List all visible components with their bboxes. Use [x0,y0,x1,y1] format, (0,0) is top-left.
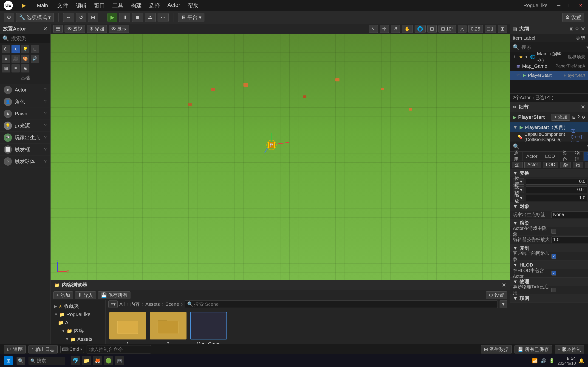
assets-item[interactable]: ▼ 📁 Assets [51,335,105,343]
rotate-tool-btn[interactable]: ↺ [76,13,86,22]
cat-icon-lights[interactable]: 💡 [21,45,29,53]
enemy-item[interactable]: 📁 Enemy [51,343,105,344]
outliner-main-world[interactable]: 👁 ★ ▼ 🌐 Main（编辑器） 世界场景 [510,52,588,61]
breadcrumb-assets[interactable]: Assets [145,301,160,307]
cat-icon-visual[interactable]: 🎨 [21,55,29,63]
filter-stream[interactable]: 渲染 [585,162,588,168]
spawn-tag-input[interactable] [552,211,588,218]
trace-btn[interactable]: い 追踪 [4,345,26,353]
menu-window[interactable]: 窗口 [94,2,105,9]
windows-start-btn[interactable]: ⊞ [4,356,13,365]
move-tool-btn[interactable]: ✛ [380,25,389,33]
cat-icon-all[interactable]: ≡ [11,64,20,73]
fov-btn[interactable]: 0.25 [468,25,483,33]
scale-tool-btn[interactable]: ⊞ [88,13,98,22]
menu-build[interactable]: 构建 [131,2,142,9]
add-component-btn[interactable]: + 添加 [551,114,570,121]
taskbar-ue-btn[interactable]: 🎮 [115,356,124,365]
transform-section-header[interactable]: ▼ 变换 [510,169,588,177]
close-outliner-btn[interactable]: ✕ [581,26,585,32]
ue-logo[interactable]: UE [4,1,13,10]
play-button[interactable]: ▶ [107,13,117,22]
taskbar-search-btn[interactable]: 🔍 [17,357,25,365]
capsule-component-item[interactable]: 💊 CapsuleComponent (CollisionCapsule) 在C… [510,132,588,142]
version-control-btn[interactable]: ⑂ 版本控制 [555,345,584,353]
close-left-panel-button[interactable]: ✕ [43,26,48,32]
perspective-btn[interactable]: 👁 透视 [65,25,85,33]
hide-in-game-checkbox[interactable] [552,229,556,234]
pan-btn[interactable]: ✋ [402,25,413,33]
filter-dropdown-btn[interactable]: ▾ [500,300,507,308]
content-item[interactable]: ▼ 📁 内容 [51,327,105,335]
actor-help-icon-3[interactable]: ? [44,111,47,116]
add-content-btn[interactable]: + 添加 [53,291,73,299]
angle-snap-btn[interactable]: △ [458,25,467,33]
tab-channel[interactable]: 渲染 [584,152,588,161]
viewport-canvas[interactable]: 🏁 X Z [51,34,510,280]
select-tool-btn[interactable]: ↖ [369,25,378,33]
filter-physics2[interactable]: 物理 [573,162,583,168]
filter-actor[interactable]: Actor [524,162,541,168]
details-layout-icon[interactable]: ⊞ [572,115,576,120]
eye-icon-world[interactable]: 👁 [513,55,516,59]
outliner-search-settings[interactable]: ▾ [586,45,588,50]
actor-item-pawn[interactable]: ♟ Pawn ? [0,108,50,120]
cat-icon-cinematics[interactable]: 🎥 [11,55,20,63]
more-play-options-button[interactable]: ⋯ [157,13,169,22]
pos-x-input[interactable] [526,178,587,185]
menu-actor[interactable]: Actor [167,2,180,9]
actor-help-icon-6[interactable]: ? [44,147,47,152]
menu-help[interactable]: 帮助 [188,2,199,9]
actor-help-icon-2[interactable]: ? [44,99,47,104]
scale-x-input[interactable] [526,195,587,201]
details-help-icon[interactable]: ? [578,115,580,119]
menu-file[interactable]: 文件 [57,2,68,9]
all-item[interactable]: 📁 All [51,319,105,327]
filter-rendering2[interactable]: 杂项 [560,162,571,168]
asset-map-game[interactable]: Map_Game [190,312,227,344]
maximize-viewport-btn[interactable]: ⊞ [498,25,507,33]
scale-dropdown[interactable]: 缩放 ▾ [513,195,524,201]
eject-button[interactable]: ⏏ [145,13,156,22]
platform-button[interactable]: 🖥 平台 ▾ [178,13,204,22]
sort-button[interactable]: ≡▾ [108,300,118,308]
lighting-btn[interactable]: ☀ 光照 [87,25,107,33]
details-search-input[interactable] [522,144,585,150]
outliner-settings-icon[interactable]: ⚙ [575,26,579,31]
settings-button[interactable]: ⚙ 设置 [562,13,584,22]
details-settings-icon[interactable]: ⚙ [582,115,585,120]
details-grid-icon[interactable]: ⊞ [587,144,588,149]
content-search-input[interactable] [194,301,495,307]
cmd-chevron[interactable]: ▾ [80,347,82,352]
asset-folder-1[interactable]: 1 [109,312,146,344]
eye-icon-player[interactable]: 👁 [516,73,520,77]
actor-item-triggersphere[interactable]: ○ 触发球体 ? [0,156,50,167]
roguelike-item[interactable]: ▼ 📁 RogueLike [51,310,105,319]
cat-icon-2d[interactable]: ◉ [21,64,29,73]
save-all-btn[interactable]: 💾 所有已保存 [515,345,552,353]
actor-item-triggerbox[interactable]: ⬜ 触发框 ? [0,144,50,156]
actor-help-icon-7[interactable]: ? [44,159,47,164]
asset-folder-2[interactable]: 2 [150,312,187,344]
tab-actor[interactable]: Actor [523,152,541,161]
menu-tools[interactable]: 工具 [112,2,123,9]
orbit-btn[interactable]: ↺ [391,25,400,33]
breadcrumb-content[interactable]: 内容 [130,301,140,307]
search-bar[interactable]: 🔍 [185,300,498,308]
clock[interactable]: 8:54 2024/6/10 [557,356,576,366]
cat-icon-basic[interactable]: ★ [11,45,20,53]
taskbar-app-2[interactable]: 📁 [82,356,91,365]
taskbar-search-bar[interactable]: 🔍 搜索 [28,357,65,365]
actor-help-icon-4[interactable]: ? [44,123,47,128]
breadcrumb-scene[interactable]: Scene [165,301,179,307]
breadcrumb-all[interactable]: All [120,301,125,307]
mode-button[interactable]: 🔧 选项模式 ▾ [16,13,54,22]
tab-rendering[interactable]: 染色 [559,152,571,161]
content-settings-btn[interactable]: ⚙ 设置 [486,291,507,299]
actor-item-light[interactable]: 💡 点光源 ? [0,120,50,132]
maximize-button[interactable]: □ [566,2,573,9]
viewport-menu-btn[interactable]: ☰ [53,25,63,33]
filter-delivery[interactable]: 派送 [512,162,523,168]
spawn-data-btn[interactable]: ⊞ 派生数据 [481,345,512,353]
world-space-btn[interactable]: 🌐 [415,25,426,33]
